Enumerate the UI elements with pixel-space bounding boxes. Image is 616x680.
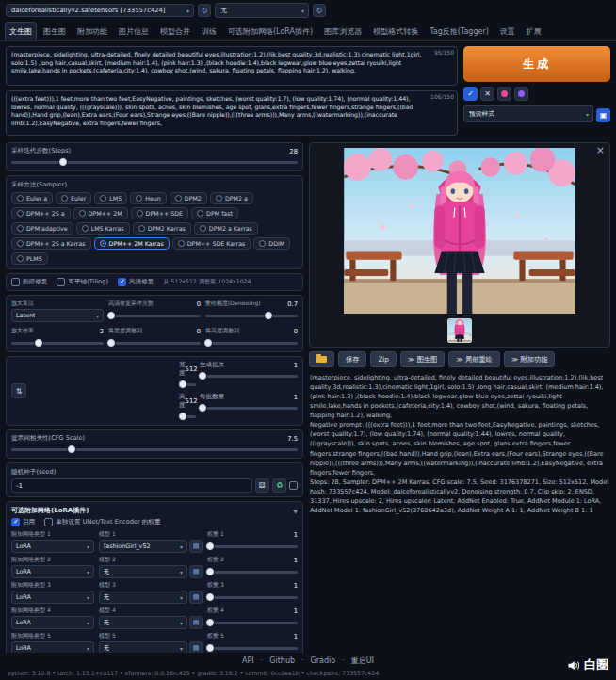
tab-additional-networks[interactable]: 可选附加网络(LoRA插件) bbox=[223, 22, 317, 40]
resize-height-slider[interactable] bbox=[205, 338, 298, 348]
lora-model-dropdown[interactable]: 无 bbox=[99, 565, 187, 578]
vae-dropdown[interactable]: 无 bbox=[215, 3, 309, 18]
batch-size-slider[interactable] bbox=[200, 403, 298, 413]
generated-image[interactable] bbox=[341, 148, 578, 314]
sampler-option-selected[interactable]: DPM++ 2M Karras bbox=[94, 237, 170, 250]
lora-type-dropdown[interactable]: LoRA bbox=[11, 616, 94, 629]
tab-tagger[interactable]: Tag反推(Tagger) bbox=[425, 22, 494, 40]
send-to-img2img-button[interactable]: ≫ 图生图 bbox=[400, 351, 445, 367]
tab-settings[interactable]: 设置 bbox=[495, 22, 520, 40]
refresh-checkpoint-button[interactable]: ↻ bbox=[198, 4, 211, 17]
sampler-option[interactable]: DPM2 a bbox=[210, 192, 253, 204]
close-icon[interactable]: × bbox=[596, 144, 605, 156]
lora-model-info-button[interactable]: ▤ bbox=[189, 616, 203, 629]
lora-model-info-button[interactable]: ▤ bbox=[189, 591, 203, 604]
extra-seed-checkbox[interactable] bbox=[289, 481, 298, 490]
lora-weight-slider[interactable] bbox=[207, 592, 298, 602]
sampler-option[interactable]: DPM adaptive bbox=[11, 222, 73, 235]
negative-prompt-input[interactable]: (((extra feet))),1 feet,more than two fe… bbox=[6, 90, 458, 136]
lora-type-dropdown[interactable]: LoRA bbox=[11, 565, 94, 578]
tab-extras[interactable]: 附加功能 bbox=[73, 22, 112, 40]
send-to-extras-button[interactable]: ≫ 附加功能 bbox=[504, 351, 556, 367]
sampler-option[interactable]: Euler bbox=[56, 192, 91, 204]
tab-model-converter[interactable]: 模型格式转换 bbox=[368, 22, 423, 40]
styles-dropdown[interactable]: 预设样式 bbox=[463, 105, 593, 122]
gallery-thumbnail[interactable] bbox=[447, 318, 472, 343]
batch-count-slider[interactable] bbox=[200, 371, 298, 380]
hires-steps-slider[interactable] bbox=[108, 311, 201, 320]
sampler-option[interactable]: DPM2 a Karras bbox=[194, 222, 258, 235]
lora-model-dropdown[interactable]: 无 bbox=[99, 591, 187, 604]
lora-model-info-button[interactable]: ▤ bbox=[189, 540, 203, 553]
width-slider[interactable] bbox=[179, 380, 196, 389]
hires-fix-checkbox[interactable]: 高清修复 bbox=[118, 278, 154, 286]
prompt-input[interactable]: (masterpiece, sidelighting, ultra-detail… bbox=[6, 46, 458, 86]
tab-txt2img[interactable]: 文生图 bbox=[5, 22, 37, 40]
random-seed-button[interactable]: ⚄ bbox=[255, 478, 269, 493]
lora-model-dropdown[interactable]: fashionGirl_v52 bbox=[99, 540, 187, 553]
checkbox-icon bbox=[57, 278, 65, 286]
gradio-link[interactable]: Gradio bbox=[295, 656, 335, 665]
tab-extensions[interactable]: 扩展 bbox=[522, 22, 546, 40]
height-slider[interactable] bbox=[179, 412, 196, 421]
sampler-option[interactable]: DPM++ SDE bbox=[131, 207, 188, 219]
output-gallery[interactable]: × bbox=[309, 142, 610, 348]
refresh-vae-button[interactable]: ↻ bbox=[313, 4, 326, 17]
lora-weight-slider[interactable] bbox=[207, 618, 298, 627]
sampler-option[interactable]: DPM2 Karras bbox=[133, 222, 191, 235]
tab-train[interactable]: 训练 bbox=[197, 22, 221, 40]
tab-img2img[interactable]: 图生图 bbox=[39, 22, 71, 40]
swap-dimensions-button[interactable]: ⇅ bbox=[11, 383, 26, 398]
save-style-button[interactable]: ▣ bbox=[596, 108, 610, 122]
sampler-option[interactable]: DDIM bbox=[253, 237, 290, 250]
lora-accordion-header[interactable]: 可选附加网络(LoRA插件) ▼ bbox=[11, 506, 298, 515]
sampler-option[interactable]: Euler a bbox=[11, 192, 53, 204]
open-folder-button[interactable] bbox=[309, 351, 334, 367]
save-button[interactable]: 保存 bbox=[338, 351, 366, 367]
send-to-inpaint-button[interactable]: ≫ 局部重绘 bbox=[448, 351, 500, 367]
sampler-option[interactable]: DPM2 bbox=[170, 192, 207, 204]
sampler-option[interactable]: LMS Karras bbox=[76, 222, 130, 235]
denoising-slider[interactable] bbox=[205, 311, 298, 320]
steps-label: 采样迭代步数(Steps) bbox=[11, 147, 71, 155]
tiling-checkbox[interactable]: 可平铺(Tiling) bbox=[57, 278, 108, 286]
restore-faces-checkbox[interactable]: 面部修复 bbox=[11, 278, 47, 286]
sampler-option[interactable]: LMS bbox=[94, 192, 127, 204]
lora-weight-slider[interactable] bbox=[207, 567, 298, 576]
sampler-option[interactable]: DPM++ 2S a Karras bbox=[11, 237, 91, 250]
upscale-by-slider[interactable] bbox=[11, 338, 104, 348]
lora-enable-checkbox[interactable]: 启用 bbox=[11, 518, 35, 526]
seed-input[interactable]: -1 bbox=[11, 478, 252, 493]
apply-style-button[interactable] bbox=[514, 87, 528, 101]
lora-weight-slider[interactable] bbox=[207, 643, 298, 653]
tab-image-browser[interactable]: 图库浏览器 bbox=[319, 22, 366, 40]
sampler-option[interactable]: DPM++ 2M bbox=[73, 207, 128, 219]
lora-type-dropdown[interactable]: LoRA bbox=[11, 591, 94, 604]
tab-png-info[interactable]: 图片信息 bbox=[114, 22, 154, 40]
cfg-slider[interactable] bbox=[11, 445, 298, 454]
paste-params-button[interactable]: ✓ bbox=[463, 87, 478, 101]
zip-button[interactable]: Zip bbox=[370, 351, 396, 367]
sampler-option[interactable]: DPM++ 2S a bbox=[11, 207, 71, 219]
sampler-option[interactable]: DPM++ SDE Karras bbox=[172, 237, 251, 250]
upscaler-dropdown[interactable]: Latent bbox=[11, 309, 104, 322]
sampler-option[interactable]: Heun bbox=[130, 192, 167, 204]
clear-prompt-button[interactable]: ✕ bbox=[480, 87, 494, 101]
extra-networks-button[interactable] bbox=[497, 87, 511, 101]
lora-weight-slider[interactable] bbox=[207, 542, 298, 551]
lora-model-dropdown[interactable]: 无 bbox=[99, 616, 187, 629]
resize-width-slider[interactable] bbox=[108, 338, 201, 348]
sampler-option[interactable]: DPM fast bbox=[191, 207, 238, 219]
lora-model-info-button[interactable]: ▤ bbox=[189, 565, 203, 578]
checkpoint-dropdown[interactable]: dalceforealisticallyv2.safetensors [7335… bbox=[6, 4, 194, 17]
steps-slider[interactable] bbox=[11, 157, 298, 167]
reload-ui-link[interactable]: 重启UI bbox=[335, 656, 374, 666]
tab-checkpoint-merger[interactable]: 模型合并 bbox=[155, 22, 195, 40]
lora-separate-weights-checkbox[interactable]: 单独设置 UNet/Text Encoder 的权重 bbox=[44, 518, 160, 526]
api-link[interactable]: API bbox=[242, 656, 254, 665]
sampler-option[interactable]: PLMS bbox=[11, 252, 48, 265]
github-link[interactable]: Github bbox=[254, 656, 295, 665]
generate-button[interactable]: 生成 bbox=[463, 46, 610, 82]
lora-type-dropdown[interactable]: LoRA bbox=[11, 540, 94, 553]
reuse-seed-button[interactable]: ♻ bbox=[272, 478, 286, 493]
